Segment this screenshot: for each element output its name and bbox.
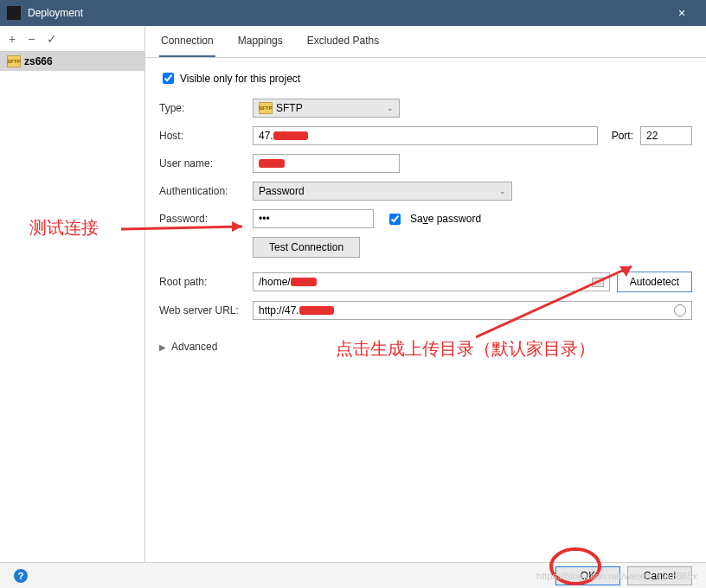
advanced-section[interactable]: ▶ Advanced bbox=[159, 341, 692, 353]
globe-icon[interactable] bbox=[674, 304, 686, 316]
tab-excluded[interactable]: Excluded Paths bbox=[305, 35, 381, 57]
type-row: Type: SFTP SFTP ⌄ bbox=[159, 99, 692, 118]
sftp-icon: SFTP bbox=[7, 55, 21, 67]
test-row: Test Connection bbox=[159, 237, 692, 258]
redaction bbox=[273, 131, 308, 140]
rootpath-row: Root path: /home/ Autodetect bbox=[159, 272, 692, 292]
type-label: Type: bbox=[159, 102, 246, 114]
rootpath-label: Root path: bbox=[159, 276, 246, 288]
rootpath-value: /home/ bbox=[259, 276, 291, 288]
weburl-input[interactable]: http://47. bbox=[253, 301, 692, 320]
tab-connection[interactable]: Connection bbox=[159, 35, 215, 57]
type-value: SFTP bbox=[276, 102, 303, 114]
redaction bbox=[291, 278, 317, 286]
footer: ? OK Cancel bbox=[0, 562, 706, 588]
visible-only-checkbox[interactable] bbox=[163, 73, 174, 84]
username-label: User name: bbox=[159, 157, 246, 169]
server-item[interactable]: SFTP zs666 bbox=[0, 52, 144, 71]
port-label: Port: bbox=[612, 130, 633, 142]
password-input[interactable] bbox=[253, 209, 374, 228]
sidebar-toolbar: + − ✓ bbox=[0, 26, 144, 52]
weburl-value: http://47. bbox=[259, 304, 299, 316]
test-connection-button[interactable]: Test Connection bbox=[253, 237, 360, 258]
sidebar: + − ✓ SFTP zs666 bbox=[0, 26, 145, 562]
auth-row: Authentication: Password ⌄ bbox=[159, 182, 692, 201]
rootpath-input[interactable]: /home/ bbox=[253, 272, 610, 291]
host-input[interactable]: 47. bbox=[253, 126, 598, 145]
weburl-label: Web server URL: bbox=[159, 304, 246, 316]
type-select[interactable]: SFTP SFTP ⌄ bbox=[253, 99, 400, 118]
password-row: Password: Save password bbox=[159, 209, 692, 228]
advanced-label: Advanced bbox=[171, 341, 217, 353]
username-input[interactable] bbox=[253, 154, 400, 173]
chevron-down-icon: ⌄ bbox=[387, 104, 394, 112]
content-panel: Connection Mappings Excluded Paths Visib… bbox=[145, 26, 706, 562]
ok-button[interactable]: OK bbox=[555, 566, 620, 585]
auth-select[interactable]: Password ⌄ bbox=[253, 182, 512, 201]
cancel-button[interactable]: Cancel bbox=[627, 566, 692, 585]
host-value: 47. bbox=[259, 130, 273, 142]
visible-only-label: Visible only for this project bbox=[180, 73, 300, 85]
expand-icon: ▶ bbox=[159, 342, 166, 352]
close-icon[interactable]: × bbox=[664, 6, 699, 20]
tab-mappings[interactable]: Mappings bbox=[236, 35, 285, 57]
main-panel: + − ✓ SFTP zs666 Connection Mappings Exc… bbox=[0, 26, 706, 562]
redaction bbox=[259, 159, 285, 168]
add-server-icon[interactable]: + bbox=[9, 32, 16, 46]
password-label: Password: bbox=[159, 213, 246, 225]
host-row: Host: 47. Port: bbox=[159, 126, 692, 145]
folder-icon[interactable] bbox=[592, 278, 604, 287]
host-label: Host: bbox=[159, 130, 246, 142]
auth-value: Password bbox=[259, 185, 305, 197]
tabs: Connection Mappings Excluded Paths bbox=[145, 26, 706, 58]
app-icon bbox=[7, 6, 21, 20]
server-list: SFTP zs666 bbox=[0, 52, 144, 562]
title-bar: Deployment × bbox=[0, 0, 706, 26]
auth-label: Authentication: bbox=[159, 185, 246, 197]
remove-server-icon[interactable]: − bbox=[28, 32, 35, 46]
chevron-down-icon: ⌄ bbox=[499, 187, 506, 195]
server-name: zs666 bbox=[24, 55, 53, 67]
help-button[interactable]: ? bbox=[14, 569, 28, 583]
window-title: Deployment bbox=[28, 7, 664, 19]
autodetect-button[interactable]: Autodetect bbox=[617, 272, 692, 292]
username-row: User name: bbox=[159, 154, 692, 173]
visible-only-row: Visible only for this project bbox=[159, 70, 692, 86]
redaction bbox=[299, 306, 334, 315]
save-password-label: Save password bbox=[410, 213, 481, 225]
weburl-row: Web server URL: http://47. bbox=[159, 301, 692, 320]
sftp-icon: SFTP bbox=[259, 102, 273, 114]
port-input[interactable] bbox=[640, 126, 692, 145]
footer-buttons: OK Cancel bbox=[555, 566, 692, 585]
check-icon[interactable]: ✓ bbox=[47, 32, 57, 46]
save-password-checkbox[interactable] bbox=[389, 214, 401, 225]
connection-form: Visible only for this project Type: SFTP… bbox=[145, 58, 706, 365]
